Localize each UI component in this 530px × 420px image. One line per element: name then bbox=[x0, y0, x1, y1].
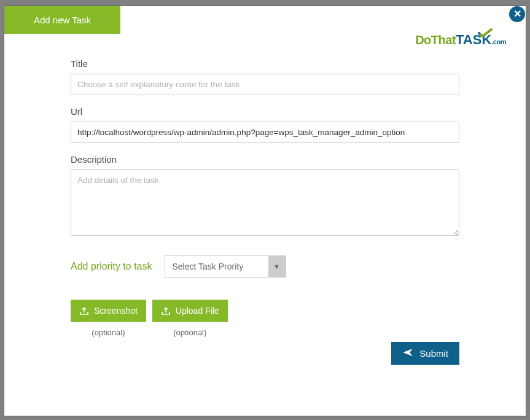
close-icon: ✕ bbox=[513, 9, 521, 19]
title-input[interactable] bbox=[71, 74, 459, 95]
submit-row: Submit bbox=[71, 342, 459, 365]
priority-selected-text: Select Task Prority bbox=[165, 256, 268, 277]
priority-row: Add priority to task Select Task Prority… bbox=[71, 255, 459, 278]
priority-label: Add priority to task bbox=[71, 261, 152, 272]
upload-optional: (optional) bbox=[152, 328, 228, 337]
screenshot-col: Screenshot (optional) bbox=[71, 300, 146, 337]
title-label: Title bbox=[71, 58, 459, 69]
description-input[interactable] bbox=[71, 169, 459, 236]
description-field: Description bbox=[71, 154, 459, 238]
checkmark-icon bbox=[478, 27, 493, 41]
screenshot-button-label: Screenshot bbox=[94, 306, 138, 316]
url-input[interactable] bbox=[71, 122, 459, 143]
upload-row: Screenshot (optional) Upload File (optio… bbox=[71, 300, 459, 337]
close-button[interactable]: ✕ bbox=[509, 6, 525, 22]
svg-point-0 bbox=[478, 32, 480, 34]
upload-icon bbox=[161, 306, 171, 316]
submit-button[interactable]: Submit bbox=[391, 342, 459, 365]
title-field: Title bbox=[71, 58, 459, 95]
upload-file-button[interactable]: Upload File bbox=[152, 300, 228, 322]
description-label: Description bbox=[71, 154, 459, 165]
url-field: Url bbox=[71, 106, 459, 143]
priority-select[interactable]: Select Task Prority ▼ bbox=[165, 255, 286, 278]
modal-tab-header: Add new Task bbox=[4, 6, 120, 34]
url-label: Url bbox=[71, 106, 459, 117]
upload-file-col: Upload File (optional) bbox=[152, 300, 228, 337]
upload-file-button-label: Upload File bbox=[176, 306, 219, 316]
logo-that: That bbox=[431, 33, 456, 47]
submit-button-label: Submit bbox=[419, 348, 448, 359]
screenshot-optional: (optional) bbox=[71, 328, 146, 337]
add-task-modal: Add new Task DoThatTASK.com Title Url De… bbox=[4, 6, 526, 416]
brand-logo: DoThatTASK.com bbox=[415, 32, 506, 48]
screenshot-button[interactable]: Screenshot bbox=[71, 300, 146, 322]
logo-do: Do bbox=[415, 33, 431, 47]
form-body: Title Url Description Add priority to ta… bbox=[4, 34, 526, 377]
modal-title: Add new Task bbox=[34, 15, 91, 25]
chevron-down-icon: ▼ bbox=[268, 256, 286, 277]
send-icon bbox=[402, 348, 413, 359]
logo-com: .com bbox=[491, 38, 506, 45]
upload-icon bbox=[79, 306, 89, 316]
